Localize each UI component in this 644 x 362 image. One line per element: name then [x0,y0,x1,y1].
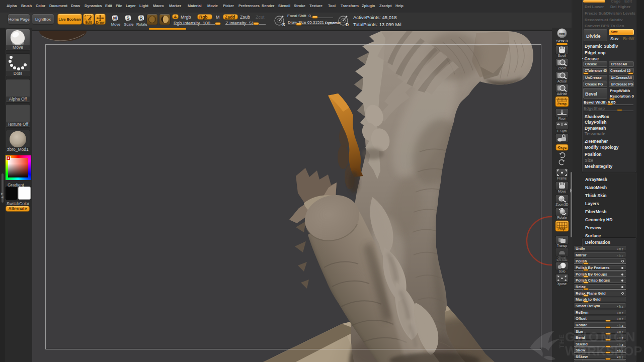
svg-text:Floor: Floor [558,117,567,120]
svg-text:Solo: Solo [558,269,565,273]
svg-text:SPix 3: SPix 3 [556,39,568,43]
svg-text:Move: Move [558,190,566,193]
svg-text:BPR: BPR [559,33,565,36]
svg-text:D: D [346,22,349,27]
svg-text:Actual: Actual [557,79,567,83]
svg-text:AAHalf: AAHalf [557,92,567,96]
svg-text:Zoom3D: Zoom3D [556,203,569,206]
svg-text:Rotate: Rotate [557,216,567,219]
svg-text:Zoom: Zoom [558,66,567,70]
svg-text:Scroll: Scroll [558,54,567,57]
svg-text:L.Sym: L.Sym [557,129,567,133]
svg-text:Sym mode: Sym mode [556,259,568,261]
svg-text:PolyF: PolyF [557,227,567,231]
svg-text:⟲xyz: ⟲xyz [557,145,567,150]
svg-text:Frame: Frame [557,176,567,180]
svg-text:Xpose: Xpose [557,282,567,286]
svg-text:S: S [282,22,285,27]
svg-text:Transp: Transp [557,244,567,248]
svg-text:Persp: Persp [557,102,567,106]
